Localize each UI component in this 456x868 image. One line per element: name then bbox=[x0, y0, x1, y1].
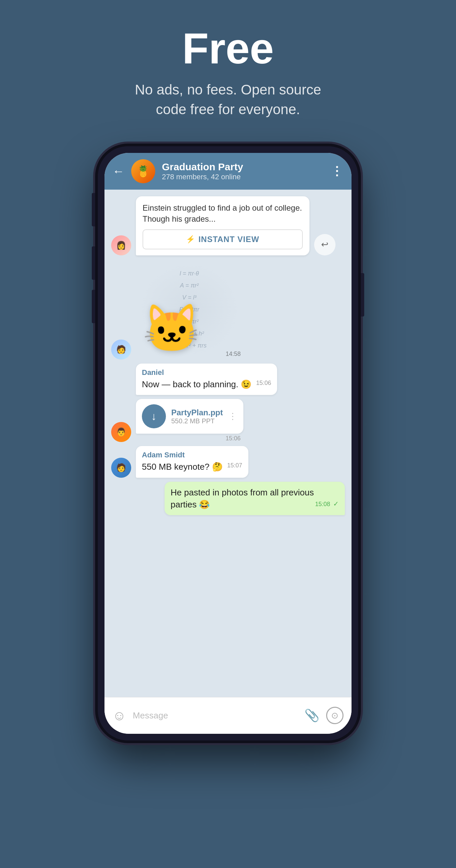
hero-title: Free bbox=[135, 27, 321, 70]
sender-name-adam: Adam Smidt bbox=[142, 451, 242, 459]
group-name: Graduation Party bbox=[162, 161, 324, 173]
avatar-male1: 🧑 bbox=[111, 340, 131, 360]
group-info: Graduation Party 278 members, 42 online bbox=[162, 161, 324, 181]
checkmark-icon: ✓ bbox=[333, 500, 339, 507]
file-size: 550.2 MB PPT bbox=[171, 417, 223, 425]
camera-button[interactable]: ⊙ bbox=[326, 707, 343, 724]
messages-container: 👩 Einstein struggled to find a job out o… bbox=[104, 190, 352, 516]
camera-icon: ⊙ bbox=[331, 710, 338, 721]
chat-header: ← 🍍 Graduation Party 278 members, 42 onl… bbox=[104, 153, 352, 190]
group-avatar: 🍍 bbox=[131, 159, 155, 183]
own-time: 15:08 ✓ bbox=[315, 500, 339, 508]
phone-frame: ← 🍍 Graduation Party 278 members, 42 onl… bbox=[98, 146, 358, 741]
daniel-bubble: Daniel Now — back to planning. 😉 15:06 bbox=[136, 364, 277, 395]
daniel-time: 15:06 bbox=[256, 380, 271, 386]
daniel-message-row: Daniel Now — back to planning. 😉 15:06 bbox=[111, 364, 345, 395]
forward-button[interactable]: ↩ bbox=[314, 234, 335, 255]
phone-screen: ← 🍍 Graduation Party 278 members, 42 onl… bbox=[104, 153, 352, 734]
link-preview-text: Einstein struggled to find a job out of … bbox=[143, 202, 303, 225]
message-input[interactable]: Message bbox=[133, 710, 298, 721]
link-preview-bubble: Einstein struggled to find a job out of … bbox=[136, 196, 309, 255]
hero-section: Free No ads, no fees. Open sourcecode fr… bbox=[122, 0, 334, 133]
sticker-container: l = πr·θ A = πr² V = l³ P = 2πr A = πr² … bbox=[136, 259, 243, 360]
adam-bubble: Adam Smidt 550 MB keynote? 🤔 15:07 bbox=[136, 446, 248, 477]
file-info: PartyPlan.ppt 550.2 MB PPT bbox=[171, 408, 223, 425]
instant-view-label: INSTANT VIEW bbox=[198, 235, 259, 244]
own-text: He pasted in photos from all previous pa… bbox=[171, 488, 314, 509]
sticker-time: 14:58 bbox=[226, 350, 241, 358]
file-menu-button[interactable]: ⋮ bbox=[228, 411, 237, 422]
header-menu-button[interactable]: ⋮ bbox=[331, 164, 343, 178]
attach-button[interactable]: 📎 bbox=[304, 708, 320, 722]
adam-time: 15:07 bbox=[227, 462, 242, 469]
file-message-row: 👨 ↓ PartyPlan.ppt 550.2 MB PPT bbox=[111, 399, 345, 442]
hero-subtitle: No ads, no fees. Open sourcecode free fo… bbox=[135, 80, 321, 120]
instant-view-button[interactable]: ⚡ INSTANT VIEW bbox=[143, 229, 303, 249]
sticker-row: 🧑 l = πr·θ A = πr² V = l³ P = 2πr bbox=[111, 259, 345, 360]
avatar-male3: 🧑 bbox=[111, 458, 131, 478]
avatar-female: 👩 bbox=[111, 235, 131, 255]
file-download-button[interactable]: ↓ bbox=[142, 404, 166, 428]
cat-sticker: 🐱 bbox=[143, 301, 201, 356]
group-members: 278 members, 42 online bbox=[162, 173, 324, 181]
download-icon: ↓ bbox=[151, 410, 157, 423]
lightning-icon: ⚡ bbox=[186, 235, 195, 244]
emoji-button[interactable]: ☺ bbox=[113, 708, 126, 723]
phone-wrapper: ← 🍍 Graduation Party 278 members, 42 onl… bbox=[98, 146, 358, 741]
file-name: PartyPlan.ppt bbox=[171, 408, 223, 417]
adam-text: 550 MB keynote? 🤔 bbox=[142, 462, 223, 472]
group-avatar-emoji: 🍍 bbox=[136, 165, 150, 178]
avatar-male2: 👨 bbox=[111, 422, 131, 442]
forward-icon: ↩ bbox=[321, 239, 329, 250]
sender-name-daniel: Daniel bbox=[142, 368, 271, 377]
own-bubble: He pasted in photos from all previous pa… bbox=[164, 482, 345, 516]
back-button[interactable]: ← bbox=[113, 165, 124, 177]
phone-screen-inner: ← 🍍 Graduation Party 278 members, 42 onl… bbox=[104, 153, 352, 734]
link-preview-row: 👩 Einstein struggled to find a job out o… bbox=[111, 196, 345, 255]
own-message-row: He pasted in photos from all previous pa… bbox=[111, 482, 345, 516]
daniel-text: Now — back to planning. 😉 bbox=[142, 379, 251, 389]
adam-message-row: 🧑 Adam Smidt 550 MB keynote? 🤔 15:07 bbox=[111, 446, 345, 477]
chat-content: 👩 Einstein struggled to find a job out o… bbox=[104, 190, 352, 697]
file-bubble: ↓ PartyPlan.ppt 550.2 MB PPT ⋮ bbox=[136, 399, 243, 434]
chat-input-bar: ☺ Message 📎 ⊙ bbox=[104, 697, 352, 734]
file-time: 15:06 bbox=[136, 435, 243, 442]
